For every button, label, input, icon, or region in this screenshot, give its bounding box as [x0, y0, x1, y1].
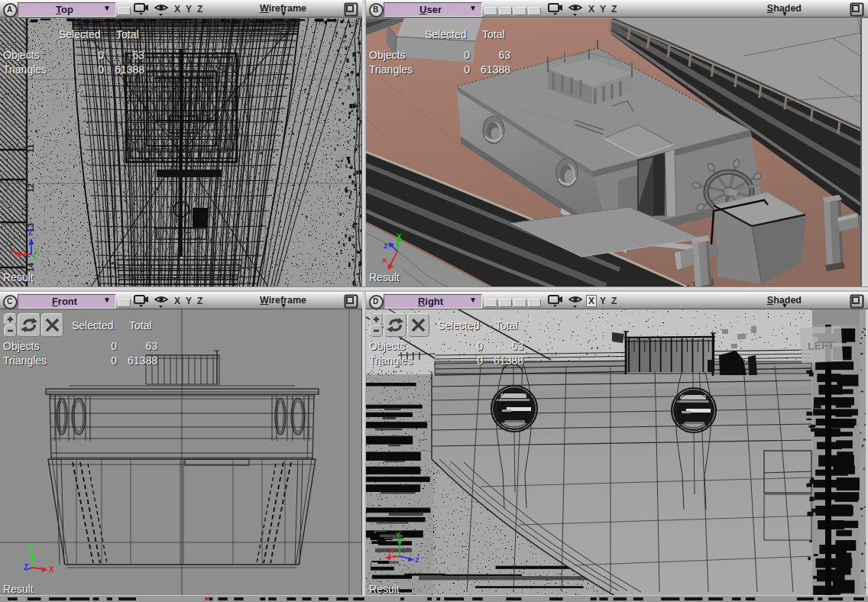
svg-text:Y: Y: [28, 543, 34, 552]
svg-text:Y: Y: [34, 246, 39, 254]
svg-text:LEFT: LEFT: [808, 338, 835, 352]
svg-text:14: 14: [26, 262, 35, 272]
svg-text:X: X: [382, 256, 387, 264]
svg-text:11: 11: [26, 144, 35, 153]
svg-text:12: 12: [26, 183, 35, 193]
svg-text:Y: Y: [396, 531, 400, 539]
svg-text:Z: Z: [415, 556, 419, 564]
svg-text:Z: Z: [28, 228, 33, 237]
svg-text:X: X: [49, 565, 54, 574]
svg-text:Z: Z: [384, 241, 388, 250]
svg-text:X: X: [10, 246, 15, 254]
svg-text:X: X: [389, 547, 394, 555]
svg-text:Y: Y: [397, 231, 402, 240]
